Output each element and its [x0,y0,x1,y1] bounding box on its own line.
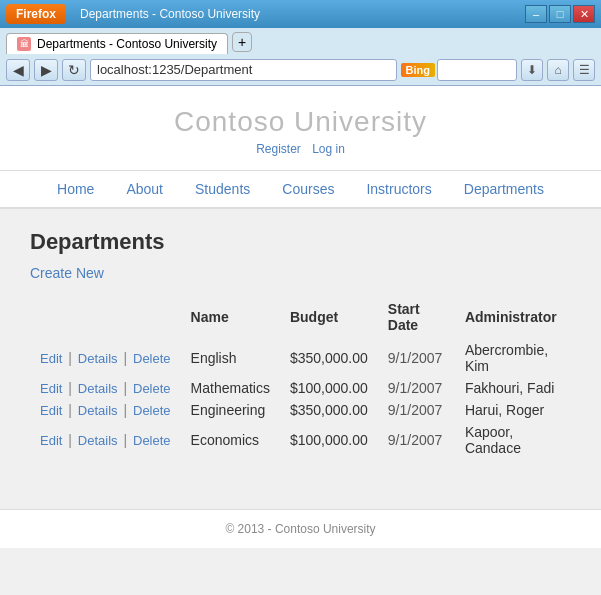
tab-favicon: 🏛 [17,37,31,51]
col-admin-header: Administrator [455,297,571,339]
forward-button[interactable]: ▶ [34,59,58,81]
table-row: Edit | Details | Delete Economics $100,0… [30,421,571,459]
row-actions: Edit | Details | Delete [30,377,181,399]
table-row: Edit | Details | Delete Engineering $350… [30,399,571,421]
page-heading: Departments [30,229,571,255]
row-name: Economics [181,421,280,459]
register-link[interactable]: Register [256,142,301,156]
row-startdate: 9/1/2007 [378,399,455,421]
delete-link-2[interactable]: Delete [133,403,171,418]
bing-badge: Bing [401,63,435,77]
nav-students[interactable]: Students [179,177,266,201]
row-budget: $100,000.00 [280,377,378,399]
close-button[interactable]: ✕ [573,5,595,23]
maximize-button[interactable]: □ [549,5,571,23]
row-admin: Kapoor, Candace [455,421,571,459]
header-links: Register Log in [0,142,601,156]
row-startdate: 9/1/2007 [378,339,455,377]
row-budget: $350,000.00 [280,399,378,421]
row-name: English [181,339,280,377]
nav-home[interactable]: Home [41,177,110,201]
row-budget: $100,000.00 [280,421,378,459]
details-link-0[interactable]: Details [78,351,118,366]
departments-table: Name Budget Start Date Administrator Edi… [30,297,571,459]
edit-link-3[interactable]: Edit [40,433,62,448]
edit-link-2[interactable]: Edit [40,403,62,418]
site-title: Contoso University [0,106,601,138]
col-startdate-header: Start Date [378,297,455,339]
minimize-button[interactable]: – [525,5,547,23]
home-icon[interactable]: ⌂ [547,59,569,81]
row-admin: Abercrombie, Kim [455,339,571,377]
delete-link-0[interactable]: Delete [133,351,171,366]
col-budget-header: Budget [280,297,378,339]
col-name-header: Name [181,297,280,339]
delete-link-1[interactable]: Delete [133,381,171,396]
table-row: Edit | Details | Delete Mathematics $100… [30,377,571,399]
row-actions: Edit | Details | Delete [30,421,181,459]
window-controls: – □ ✕ [525,5,595,23]
search-group: Bing [401,59,517,81]
nav-instructors[interactable]: Instructors [350,177,447,201]
download-icon[interactable]: ⬇ [521,59,543,81]
title-bar: Firefox Departments - Contoso University… [0,0,601,28]
row-startdate: 9/1/2007 [378,377,455,399]
row-name: Mathematics [181,377,280,399]
nav-menu: Home About Students Courses Instructors … [0,171,601,209]
tab-bar: 🏛 Departments - Contoso University + [0,28,601,54]
nav-about[interactable]: About [110,177,179,201]
row-budget: $350,000.00 [280,339,378,377]
active-tab[interactable]: 🏛 Departments - Contoso University [6,33,228,54]
footer-text: © 2013 - Contoso University [225,522,375,536]
site-header: Contoso University Register Log in [0,86,601,171]
row-admin: Harui, Roger [455,399,571,421]
page-content: Contoso University Register Log in Home … [0,86,601,509]
row-actions: Edit | Details | Delete [30,339,181,377]
delete-link-3[interactable]: Delete [133,433,171,448]
firefox-button[interactable]: Firefox [6,4,66,24]
tab-title: Departments - Contoso University [37,37,217,51]
edit-link-0[interactable]: Edit [40,351,62,366]
create-new-link[interactable]: Create New [30,265,104,281]
new-tab-button[interactable]: + [232,32,252,52]
details-link-2[interactable]: Details [78,403,118,418]
table-row: Edit | Details | Delete English $350,000… [30,339,571,377]
site-footer: © 2013 - Contoso University [0,509,601,548]
refresh-button[interactable]: ↻ [62,59,86,81]
search-input[interactable] [437,59,517,81]
menu-icon[interactable]: ☰ [573,59,595,81]
address-bar: ◀ ▶ ↻ Bing ⬇ ⌂ ☰ [0,54,601,86]
url-input[interactable] [90,59,397,81]
edit-link-1[interactable]: Edit [40,381,62,396]
col-actions-header [30,297,181,339]
details-link-3[interactable]: Details [78,433,118,448]
row-startdate: 9/1/2007 [378,421,455,459]
window-title: Departments - Contoso University [80,7,260,21]
nav-courses[interactable]: Courses [266,177,350,201]
details-link-1[interactable]: Details [78,381,118,396]
nav-departments[interactable]: Departments [448,177,560,201]
main-content: Departments Create New Name Budget Start… [0,209,601,509]
login-link[interactable]: Log in [312,142,345,156]
row-actions: Edit | Details | Delete [30,399,181,421]
back-button[interactable]: ◀ [6,59,30,81]
row-name: Engineering [181,399,280,421]
row-admin: Fakhouri, Fadi [455,377,571,399]
